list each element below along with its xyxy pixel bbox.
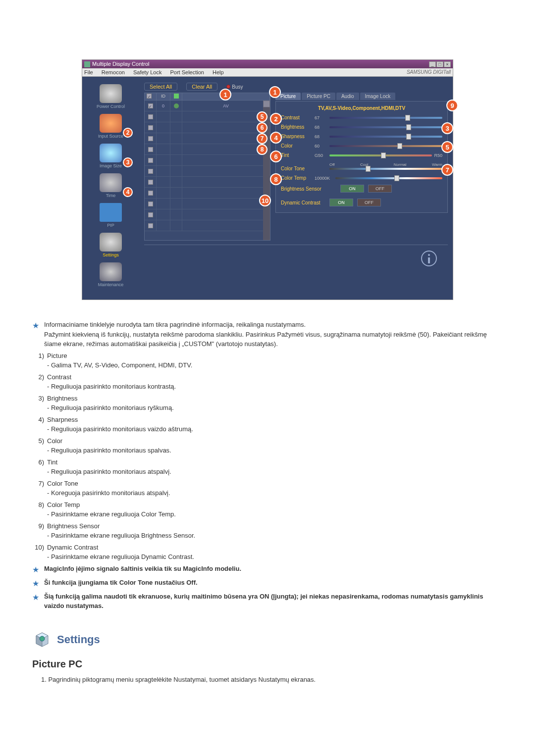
dynamic-contrast-off[interactable]: OFF (357, 199, 381, 206)
callout-4: 4 (270, 132, 282, 144)
col-id: ID (157, 93, 170, 100)
table-row[interactable] (145, 209, 270, 220)
sidebar: Power Control Input Source 2 Image Size … (82, 77, 139, 300)
note-item: ★Šią funkciją galima naudoti tik ekranuo… (32, 592, 503, 611)
select-all-button[interactable]: Select All (144, 83, 177, 91)
colortone-slider[interactable]: Off Cool Normal Warm (329, 168, 442, 170)
menubar: File Remocon Safety Lock Port Selection … (82, 68, 453, 77)
table-row[interactable] (145, 188, 270, 199)
row-checkbox[interactable] (148, 223, 153, 228)
row-input: 5 (182, 111, 270, 122)
menu-safety-lock[interactable]: Safety Lock (133, 69, 161, 75)
description-text: ★ Informaciniame tinklelyje nurodyta tam… (32, 320, 503, 611)
table-row[interactable]: 7 (145, 133, 270, 144)
sharpness-slider[interactable] (329, 136, 442, 138)
callout-5: 5 (441, 141, 453, 153)
clear-all-button[interactable]: Clear All (186, 83, 217, 91)
row-input (182, 209, 270, 220)
colortemp-slider[interactable] (335, 177, 442, 179)
sidebar-item-label: Settings (85, 252, 137, 257)
row-checkbox[interactable] (148, 103, 153, 108)
row-checkbox[interactable] (148, 147, 153, 152)
row-checkbox[interactable] (148, 125, 153, 130)
callout-9: 9 (446, 100, 458, 111)
callout-badge: 3 (123, 157, 133, 167)
row-checkbox[interactable] (148, 169, 153, 174)
window-controls[interactable]: _□× (428, 61, 451, 67)
callout-1: 1 (219, 89, 231, 101)
table-row[interactable]: 6 (145, 122, 270, 133)
sidebar-settings[interactable]: Settings (85, 233, 137, 257)
row-input (182, 199, 270, 209)
callout-badge: 4 (123, 187, 133, 197)
numbered-item: 4)Sharpness- Reguliuoja pasirinkto monit… (32, 415, 503, 434)
table-row[interactable] (145, 177, 270, 188)
row-checkbox[interactable] (148, 212, 153, 217)
brightness-sensor-on[interactable]: ON (340, 185, 364, 193)
contrast-row: 2 Contrast 67 (281, 115, 442, 120)
sidebar-power-control[interactable]: Power Control (85, 84, 137, 109)
row-checkbox[interactable] (148, 114, 153, 119)
tab-image-lock[interactable]: Image Lock (360, 93, 396, 100)
numbered-item: 3)Brightness- Reguliuoja pasirinkto moni… (32, 394, 503, 413)
brightness-sensor-row: Brightness Sensor ON OFF 9 (281, 185, 442, 193)
row-input (182, 166, 270, 176)
table-row[interactable] (145, 166, 270, 177)
table-row[interactable]: 0 AV (145, 101, 270, 111)
tab-audio[interactable]: Audio (336, 93, 359, 100)
menu-port-selection[interactable]: Port Selection (170, 69, 204, 75)
tab-picture-pc[interactable]: Picture PC (302, 93, 335, 100)
input-source-icon (100, 114, 122, 133)
menu-help[interactable]: Help (213, 69, 224, 75)
busy-dot-icon (226, 85, 230, 89)
row-checkbox[interactable] (148, 158, 153, 163)
sidebar-input-source[interactable]: Input Source 2 (85, 114, 137, 139)
table-row[interactable]: 8 (145, 144, 270, 155)
sidebar-image-size[interactable]: Image Size 3 (85, 144, 137, 168)
check-all[interactable] (147, 94, 152, 99)
sidebar-time[interactable]: Time 4 (85, 173, 137, 198)
numbered-item: 8)Color Temp- Pasirinktame ekrane reguli… (32, 500, 503, 519)
row-input (182, 155, 270, 165)
callout-8: 8 (270, 173, 282, 185)
display-table: ID Input 0 AV 5 6 7 8 (144, 93, 270, 241)
table-row[interactable]: 5 (145, 111, 270, 122)
row-checkbox[interactable] (148, 180, 153, 185)
contrast-slider[interactable] (329, 117, 442, 119)
maximize-icon[interactable]: □ (436, 61, 443, 67)
app-title: Multiple Display Control (92, 61, 150, 67)
row-input (182, 188, 270, 198)
brightness-sensor-off[interactable]: OFF (368, 185, 392, 193)
close-icon[interactable]: × (444, 61, 451, 67)
row-checkbox[interactable] (148, 202, 153, 206)
dynamic-contrast-on[interactable]: ON (329, 199, 353, 206)
menu-file[interactable]: File (84, 69, 93, 75)
app-screenshot: Multiple Display Control _□× File Remoco… (82, 59, 453, 300)
sidebar-maintenance[interactable]: Maintenance (85, 262, 137, 287)
sidebar-pip[interactable]: PIP (85, 203, 137, 228)
note-item: ★Ši funkcija įjungiama tik Color Tone nu… (32, 578, 503, 590)
table-row[interactable] (145, 220, 270, 231)
row-id (157, 199, 170, 209)
callout-6: 6 (270, 151, 282, 162)
power-icon (100, 84, 122, 103)
scroll-up-icon[interactable] (263, 101, 270, 107)
tint-slider[interactable] (329, 154, 432, 156)
row-id (157, 209, 170, 220)
color-slider[interactable] (329, 145, 442, 147)
brightness-slider[interactable] (329, 126, 442, 128)
sidebar-item-label: PIP (85, 223, 137, 228)
table-row[interactable] (145, 199, 270, 209)
table-row[interactable] (145, 155, 270, 166)
info-icon (420, 250, 438, 267)
menu-remocon[interactable]: Remocon (102, 69, 125, 75)
callout-badge: 7 (257, 133, 268, 144)
minimize-icon[interactable]: _ (429, 61, 436, 67)
section-title: Settings (57, 633, 100, 646)
row-input: 8 (182, 144, 270, 154)
subsection-title: Picture PC (32, 658, 503, 670)
callout-10: 10 (259, 195, 271, 206)
row-checkbox[interactable] (148, 136, 153, 141)
note-item: ★MagicInfo įėjimo signalo šaltinis veiki… (32, 564, 503, 576)
row-checkbox[interactable] (148, 191, 153, 196)
